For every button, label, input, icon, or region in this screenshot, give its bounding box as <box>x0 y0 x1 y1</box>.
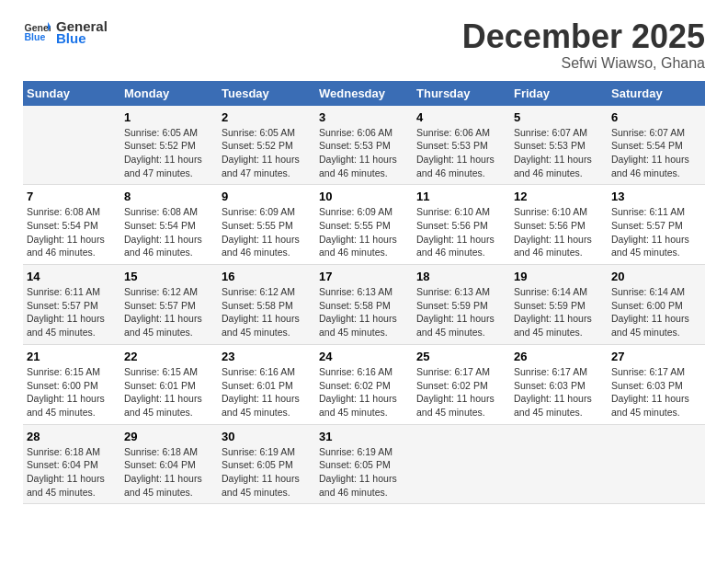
logo: General Blue General Blue <box>23 18 108 46</box>
day-cell: 9Sunrise: 6:09 AM Sunset: 5:55 PM Daylig… <box>218 185 315 265</box>
day-cell: 28Sunrise: 6:18 AM Sunset: 6:04 PM Dayli… <box>23 424 120 504</box>
day-number: 21 <box>27 350 117 363</box>
day-number: 5 <box>514 110 604 124</box>
day-cell: 27Sunrise: 6:17 AM Sunset: 6:03 PM Dayli… <box>608 344 705 424</box>
day-info: Sunrise: 6:19 AM Sunset: 6:05 PM Dayligh… <box>222 445 312 500</box>
day-info: Sunrise: 6:06 AM Sunset: 5:53 PM Dayligh… <box>319 126 409 180</box>
week-row-5: 28Sunrise: 6:18 AM Sunset: 6:04 PM Dayli… <box>23 424 705 504</box>
day-cell <box>413 424 510 504</box>
day-info: Sunrise: 6:17 AM Sunset: 6:02 PM Dayligh… <box>416 365 506 419</box>
day-number: 15 <box>124 270 214 283</box>
day-cell: 11Sunrise: 6:10 AM Sunset: 5:56 PM Dayli… <box>413 185 510 265</box>
day-number: 27 <box>611 350 701 363</box>
day-number: 18 <box>416 270 506 283</box>
day-cell: 8Sunrise: 6:08 AM Sunset: 5:54 PM Daylig… <box>120 185 218 265</box>
day-cell: 29Sunrise: 6:18 AM Sunset: 6:04 PM Dayli… <box>120 424 218 504</box>
day-info: Sunrise: 6:11 AM Sunset: 5:57 PM Dayligh… <box>27 285 117 339</box>
day-info: Sunrise: 6:05 AM Sunset: 5:52 PM Dayligh… <box>222 126 312 180</box>
day-number: 17 <box>319 270 409 283</box>
day-cell: 2Sunrise: 6:05 AM Sunset: 5:52 PM Daylig… <box>218 106 315 185</box>
day-cell: 15Sunrise: 6:12 AM Sunset: 5:57 PM Dayli… <box>120 265 218 345</box>
day-info: Sunrise: 6:15 AM Sunset: 6:01 PM Dayligh… <box>124 365 214 419</box>
day-info: Sunrise: 6:10 AM Sunset: 5:56 PM Dayligh… <box>416 205 506 259</box>
location: Sefwi Wiawso, Ghana <box>462 55 705 72</box>
day-cell: 10Sunrise: 6:09 AM Sunset: 5:55 PM Dayli… <box>315 185 413 265</box>
day-number: 26 <box>514 350 604 363</box>
header-monday: Monday <box>120 81 218 106</box>
title-block: December 2025 Sefwi Wiawso, Ghana <box>462 18 705 72</box>
day-number: 8 <box>124 190 214 203</box>
day-number: 6 <box>611 110 701 124</box>
day-number: 1 <box>124 110 214 124</box>
page-header: General Blue General Blue December 2025 … <box>23 18 705 72</box>
day-cell: 21Sunrise: 6:15 AM Sunset: 6:00 PM Dayli… <box>23 344 120 424</box>
day-info: Sunrise: 6:17 AM Sunset: 6:03 PM Dayligh… <box>611 365 701 419</box>
day-info: Sunrise: 6:07 AM Sunset: 5:53 PM Dayligh… <box>514 126 604 180</box>
day-number: 23 <box>222 350 312 363</box>
day-info: Sunrise: 6:07 AM Sunset: 5:54 PM Dayligh… <box>611 126 701 180</box>
week-row-4: 21Sunrise: 6:15 AM Sunset: 6:00 PM Dayli… <box>23 344 705 424</box>
day-number: 16 <box>222 270 312 283</box>
day-number: 14 <box>27 270 117 283</box>
day-cell: 24Sunrise: 6:16 AM Sunset: 6:02 PM Dayli… <box>315 344 413 424</box>
day-number: 28 <box>27 430 117 443</box>
week-row-2: 7Sunrise: 6:08 AM Sunset: 5:54 PM Daylig… <box>23 185 705 265</box>
calendar-table: SundayMondayTuesdayWednesdayThursdayFrid… <box>23 81 705 505</box>
day-info: Sunrise: 6:13 AM Sunset: 5:59 PM Dayligh… <box>416 285 506 339</box>
svg-text:Blue: Blue <box>25 31 46 42</box>
day-cell: 20Sunrise: 6:14 AM Sunset: 6:00 PM Dayli… <box>608 265 705 345</box>
day-info: Sunrise: 6:12 AM Sunset: 5:57 PM Dayligh… <box>124 285 214 339</box>
day-cell: 23Sunrise: 6:16 AM Sunset: 6:01 PM Dayli… <box>218 344 315 424</box>
day-cell: 5Sunrise: 6:07 AM Sunset: 5:53 PM Daylig… <box>510 106 608 185</box>
day-number: 3 <box>319 110 409 124</box>
day-cell: 30Sunrise: 6:19 AM Sunset: 6:05 PM Dayli… <box>218 424 315 504</box>
day-info: Sunrise: 6:15 AM Sunset: 6:00 PM Dayligh… <box>27 365 117 419</box>
day-info: Sunrise: 6:14 AM Sunset: 5:59 PM Dayligh… <box>514 285 604 339</box>
day-number: 31 <box>319 430 409 443</box>
day-info: Sunrise: 6:10 AM Sunset: 5:56 PM Dayligh… <box>514 205 604 259</box>
header-sunday: Sunday <box>23 81 120 106</box>
day-info: Sunrise: 6:12 AM Sunset: 5:58 PM Dayligh… <box>222 285 312 339</box>
header-wednesday: Wednesday <box>315 81 413 106</box>
day-cell: 17Sunrise: 6:13 AM Sunset: 5:58 PM Dayli… <box>315 265 413 345</box>
header-thursday: Thursday <box>413 81 510 106</box>
day-info: Sunrise: 6:16 AM Sunset: 6:01 PM Dayligh… <box>222 365 312 419</box>
day-cell: 18Sunrise: 6:13 AM Sunset: 5:59 PM Dayli… <box>413 265 510 345</box>
day-number: 9 <box>222 190 312 203</box>
day-number: 11 <box>416 190 506 203</box>
day-cell: 4Sunrise: 6:06 AM Sunset: 5:53 PM Daylig… <box>413 106 510 185</box>
day-number: 29 <box>124 430 214 443</box>
day-cell: 19Sunrise: 6:14 AM Sunset: 5:59 PM Dayli… <box>510 265 608 345</box>
day-number: 19 <box>514 270 604 283</box>
day-info: Sunrise: 6:14 AM Sunset: 6:00 PM Dayligh… <box>611 285 701 339</box>
day-info: Sunrise: 6:06 AM Sunset: 5:53 PM Dayligh… <box>416 126 506 180</box>
day-info: Sunrise: 6:18 AM Sunset: 6:04 PM Dayligh… <box>124 445 214 500</box>
day-info: Sunrise: 6:05 AM Sunset: 5:52 PM Dayligh… <box>124 126 214 180</box>
day-cell: 12Sunrise: 6:10 AM Sunset: 5:56 PM Dayli… <box>510 185 608 265</box>
day-number: 2 <box>222 110 312 124</box>
day-cell <box>608 424 705 504</box>
day-info: Sunrise: 6:16 AM Sunset: 6:02 PM Dayligh… <box>319 365 409 419</box>
day-info: Sunrise: 6:08 AM Sunset: 5:54 PM Dayligh… <box>27 205 117 259</box>
day-number: 22 <box>124 350 214 363</box>
day-info: Sunrise: 6:08 AM Sunset: 5:54 PM Dayligh… <box>124 205 214 259</box>
day-number: 20 <box>611 270 701 283</box>
header-row: SundayMondayTuesdayWednesdayThursdayFrid… <box>23 81 705 106</box>
logo-icon: General Blue <box>23 18 51 46</box>
week-row-3: 14Sunrise: 6:11 AM Sunset: 5:57 PM Dayli… <box>23 265 705 345</box>
day-number: 10 <box>319 190 409 203</box>
month-title: December 2025 <box>462 18 705 55</box>
week-row-1: 1Sunrise: 6:05 AM Sunset: 5:52 PM Daylig… <box>23 106 705 185</box>
day-number: 13 <box>611 190 701 203</box>
day-info: Sunrise: 6:13 AM Sunset: 5:58 PM Dayligh… <box>319 285 409 339</box>
day-cell: 22Sunrise: 6:15 AM Sunset: 6:01 PM Dayli… <box>120 344 218 424</box>
day-number: 7 <box>27 190 117 203</box>
header-tuesday: Tuesday <box>218 81 315 106</box>
day-cell: 13Sunrise: 6:11 AM Sunset: 5:57 PM Dayli… <box>608 185 705 265</box>
day-info: Sunrise: 6:09 AM Sunset: 5:55 PM Dayligh… <box>222 205 312 259</box>
day-info: Sunrise: 6:17 AM Sunset: 6:03 PM Dayligh… <box>514 365 604 419</box>
day-cell: 7Sunrise: 6:08 AM Sunset: 5:54 PM Daylig… <box>23 185 120 265</box>
day-info: Sunrise: 6:11 AM Sunset: 5:57 PM Dayligh… <box>611 205 701 259</box>
day-cell: 14Sunrise: 6:11 AM Sunset: 5:57 PM Dayli… <box>23 265 120 345</box>
day-cell: 1Sunrise: 6:05 AM Sunset: 5:52 PM Daylig… <box>120 106 218 185</box>
